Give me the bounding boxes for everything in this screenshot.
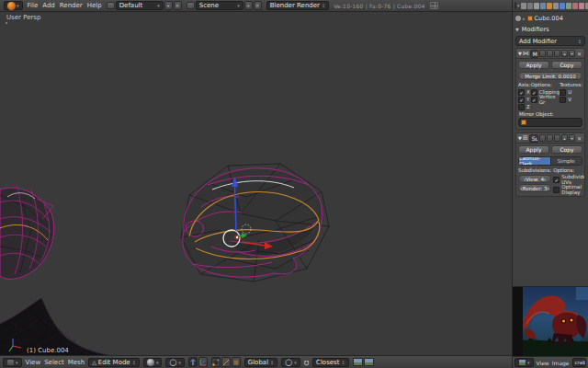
menu-add[interactable]: Add [42, 2, 55, 9]
scene-select[interactable]: Scene ▾ [196, 1, 243, 10]
tab-object-data-icon[interactable] [566, 3, 571, 9]
proportional-edit-select[interactable]: ◯ ▾ [281, 358, 300, 367]
tab-modifiers-wrench-icon[interactable] [560, 3, 565, 9]
move-up-button[interactable]: ▴ [561, 134, 568, 142]
snap-magnet-icon[interactable]: Ω [304, 359, 309, 366]
tab-texture-icon[interactable] [579, 3, 584, 9]
menu-view[interactable]: View [26, 359, 41, 366]
menu-help[interactable]: Help [87, 2, 102, 9]
add-scene-button[interactable]: + [244, 1, 253, 10]
delete-modifier-icon[interactable]: ✕ [576, 51, 582, 57]
checkbox-optimal-display[interactable]: Optimal Display [553, 186, 585, 193]
move-up-button[interactable]: ▴ [561, 50, 568, 57]
viewport-shading-select[interactable]: ▾ [143, 358, 163, 367]
left-mesh-wireframe[interactable] [0, 186, 54, 279]
render-visibility-toggle[interactable] [539, 134, 546, 142]
checkbox-subdivide-uvs[interactable]: ✓ Subdivide UVs [553, 176, 585, 183]
copy-button[interactable]: Copy [551, 145, 582, 154]
tab-scene-icon[interactable] [534, 3, 539, 9]
mode-select[interactable]: △ Edit Mode ↕ [88, 358, 140, 367]
transform-orientation-select[interactable]: Global ↕ [244, 358, 278, 367]
menu-select[interactable]: Select [44, 359, 64, 366]
stepper-right-arrow-icon[interactable]: › [544, 177, 546, 182]
checkbox-axis-z[interactable]: Z [518, 103, 531, 110]
tab-material-icon[interactable] [572, 3, 578, 9]
catmull-clark-button[interactable]: Catmull-Clark [519, 157, 550, 165]
image-editor-icon [518, 359, 526, 366]
manipulator-axis-widget[interactable] [198, 357, 208, 367]
view3d-header: ▾ View Select Mesh △ Edit Mode ↕ ▾ ◯ ▾ [0, 355, 512, 368]
move-down-button[interactable]: ▾ [569, 134, 575, 142]
render-opengl-button[interactable] [353, 358, 363, 366]
delete-scene-button[interactable]: ✕ [254, 1, 262, 10]
tab-render-icon[interactable] [521, 3, 526, 9]
menu-mesh[interactable]: Mesh [68, 359, 85, 366]
simple-button[interactable]: Simple [550, 157, 582, 165]
add-modifier-dropdown[interactable]: Add Modifier ↕ [515, 36, 585, 46]
tab-object-icon[interactable] [547, 3, 552, 9]
editmode-visibility-toggle[interactable] [554, 50, 560, 57]
manipulator-translate-toggle[interactable] [188, 357, 198, 367]
checkbox-axis-y[interactable]: ✓ Y [518, 96, 531, 103]
tab-world-icon[interactable] [540, 3, 546, 9]
render-preview-art[interactable] [523, 287, 588, 357]
stepper-right-arrow-icon[interactable]: › [547, 186, 548, 191]
modifiers-panel-header[interactable]: ▼ Modifiers [513, 23, 588, 34]
modifier-name-field[interactable]: Mirror [530, 50, 538, 58]
render-subdivisions-stepper[interactable]: ‹ Render: 3 › [518, 184, 551, 192]
apply-button[interactable]: Apply [518, 61, 549, 69]
checkbox-vertex-groups[interactable]: ✓ Vertex Gr [531, 96, 560, 103]
render-engine-select[interactable]: Blender Render ↕ [266, 1, 329, 10]
subsurf-modifier-header[interactable]: ▼ ⊞ Subsurf ▴ ▾ ✕ [516, 133, 584, 144]
modifier-name-field[interactable]: Subsurf [529, 134, 538, 143]
properties-editor-icon[interactable] [514, 2, 516, 9]
viewport-visibility-toggle[interactable] [547, 50, 553, 57]
menu-file[interactable]: File [28, 2, 39, 9]
vertex-select-button[interactable] [211, 357, 220, 367]
move-down-button[interactable]: ▾ [569, 50, 575, 57]
edge-select-button[interactable] [221, 357, 231, 367]
editor-type-menu[interactable]: ▾ [4, 1, 23, 10]
info-header: ▾ File Add Render Help Default ▾ + ✕ Sce… [0, 0, 512, 12]
slider-right-arrow-icon[interactable]: › [578, 74, 580, 79]
copy-button[interactable]: Copy [551, 61, 582, 69]
3d-viewport[interactable]: User Persp (1) Cube.004 [0, 12, 512, 355]
subsurf-modifier-panel: ▼ ⊞ Subsurf ▴ ▾ ✕ Apply Copy Catmull-Cla… [515, 132, 585, 197]
render-opengl-anim-button[interactable] [364, 358, 374, 366]
properties-editor: ▾ ▸ Cube.004 ▼ Modifiers Add Modifier ↕ [512, 0, 588, 286]
render-visibility-toggle[interactable] [539, 50, 546, 57]
mirror-object-field[interactable] [518, 118, 582, 127]
delete-layout-button[interactable]: ✕ [174, 1, 182, 10]
updown-icon: ↕ [341, 360, 345, 365]
screen-layout-select[interactable]: Default ▾ [116, 1, 164, 10]
merge-limit-slider[interactable]: ‹ Merge Limit: 0.0010 › [518, 72, 582, 80]
menu-render[interactable]: Render [60, 2, 83, 9]
view-subdivisions-stepper[interactable]: ‹ View: 4 › [518, 175, 551, 183]
expand-triangle-icon[interactable]: ▼ [518, 51, 522, 56]
editmode-visibility-toggle[interactable] [554, 134, 560, 142]
delete-modifier-icon[interactable]: ✕ [576, 135, 582, 142]
checkbox-mirror-v[interactable]: V [560, 96, 582, 103]
viewport-visibility-toggle[interactable] [547, 134, 553, 142]
viewport-canvas[interactable] [0, 12, 512, 355]
object-cube-icon [521, 120, 526, 125]
tab-constraints-icon[interactable] [553, 3, 559, 9]
editor-type-menu[interactable]: ▾ [514, 358, 534, 367]
apply-button[interactable]: Apply [518, 145, 549, 154]
slider-left-arrow-icon[interactable]: ‹ [521, 74, 523, 79]
face-select-button[interactable] [232, 357, 241, 367]
mirror-modifier-header[interactable]: ▼ ⋈ Mirror ▴ ▾ ✕ [516, 49, 584, 59]
tab-physics-icon[interactable] [585, 3, 588, 9]
checkbox-mirror-u[interactable]: U [560, 88, 582, 96]
image-name-field[interactable]: crab.jpg [572, 358, 586, 367]
pivot-point-select[interactable]: ◯ ▾ [165, 358, 184, 367]
checkbox-axis-x[interactable]: ✓ X [518, 88, 531, 96]
editor-type-menu[interactable]: ▾ [3, 358, 22, 367]
tab-render-layers-icon[interactable] [527, 3, 533, 9]
add-layout-button[interactable]: + [164, 1, 173, 10]
menu-view[interactable]: View [537, 360, 549, 366]
snap-target-select[interactable]: Closest ↕ [312, 358, 349, 367]
menu-image[interactable]: Image [552, 360, 570, 366]
expand-triangle-icon[interactable]: ▼ [518, 135, 522, 141]
claw-mesh-wireframe[interactable] [181, 164, 329, 282]
